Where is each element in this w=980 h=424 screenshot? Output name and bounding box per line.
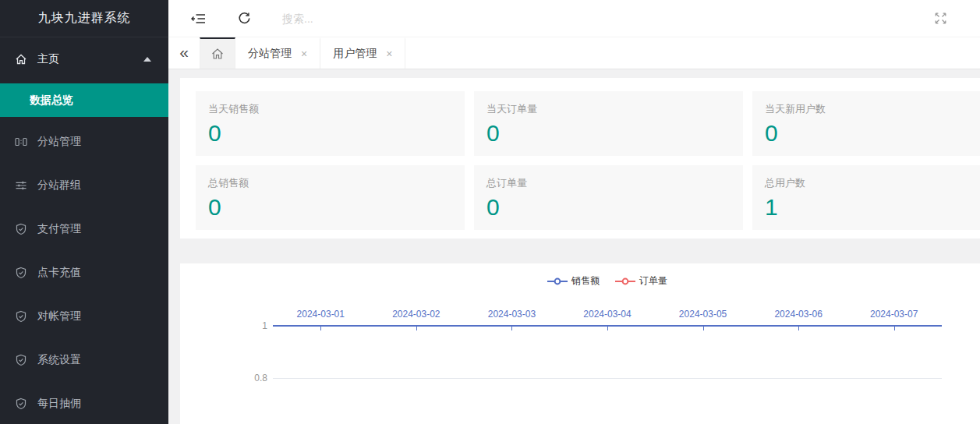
- topbar: [168, 0, 980, 37]
- sidebar-item-label: 每日抽佣: [37, 397, 81, 411]
- x-axis-tick-label: 2024-03-01: [297, 309, 345, 320]
- chevron-up-icon: [143, 57, 151, 62]
- tab-label: 用户管理: [333, 47, 377, 61]
- x-axis-tick: [607, 327, 608, 330]
- search-input[interactable]: [282, 12, 532, 25]
- stat-label: 当天销售额: [208, 102, 452, 116]
- x-axis-tick: [798, 327, 799, 330]
- sidebar-item-label: 数据总览: [30, 94, 73, 108]
- collapse-sidebar-icon[interactable]: [191, 12, 206, 25]
- tabbar: « 分站管理 × 用户管理 ×: [168, 37, 980, 69]
- sidebar-item-reconciliation[interactable]: 对帐管理: [0, 299, 168, 334]
- shield-check-icon: [15, 398, 27, 410]
- stat-value: 0: [486, 194, 731, 221]
- stat-card-today-orders: 当天订单量 0: [474, 91, 743, 156]
- close-icon[interactable]: ×: [301, 48, 307, 59]
- home-icon: [211, 47, 225, 61]
- shield-check-icon: [15, 223, 27, 235]
- sidebar-item-label: 对帐管理: [37, 309, 81, 323]
- tabs-collapse-icon[interactable]: «: [168, 37, 200, 69]
- close-icon[interactable]: ×: [386, 48, 392, 59]
- refresh-icon[interactable]: [238, 12, 251, 25]
- x-axis-tick-label: 2024-03-06: [774, 309, 822, 320]
- stat-card-today-sales: 当天销售额 0: [196, 91, 465, 156]
- stats-panel: 当天销售额 0 当天订单量 0 当天新用户数 0 总销售额 0 总订单量 0 总…: [180, 78, 980, 238]
- x-axis-tick: [894, 327, 895, 330]
- sidebar-item-label: 点卡充值: [37, 266, 81, 280]
- home-icon: [15, 53, 27, 65]
- app-title: 九块九进群系统: [0, 0, 168, 37]
- x-axis-tick-label: 2024-03-03: [488, 309, 536, 320]
- stat-card-total-orders: 总订单量 0: [474, 165, 743, 230]
- tab-home[interactable]: [200, 37, 235, 69]
- stat-card-total-users: 总用户数 1: [752, 165, 980, 230]
- sliders-icon: [15, 179, 27, 192]
- tab-user-manage[interactable]: 用户管理 ×: [320, 37, 405, 69]
- x-axis-tick: [703, 327, 704, 330]
- stats-grid: 当天销售额 0 当天订单量 0 当天新用户数 0 总销售额 0 总订单量 0 总…: [196, 91, 980, 230]
- stat-label: 当天新用户数: [765, 102, 980, 116]
- stat-value: 0: [486, 120, 731, 147]
- columns-icon: [15, 136, 27, 148]
- shield-check-icon: [15, 310, 27, 323]
- x-axis-tick-label: 2024-03-02: [392, 309, 440, 320]
- x-axis-tick-label: 2024-03-04: [583, 309, 631, 320]
- sidebar-item-label: 支付管理: [37, 222, 81, 236]
- shield-check-icon: [15, 354, 27, 366]
- tab-substation-manage[interactable]: 分站管理 ×: [235, 37, 320, 69]
- tab-label: 分站管理: [248, 47, 292, 61]
- stat-label: 总用户数: [765, 176, 980, 190]
- x-axis-tick: [511, 327, 512, 330]
- sidebar-item-label: 系统设置: [37, 353, 81, 367]
- stat-card-total-sales: 总销售额 0: [196, 165, 465, 230]
- stat-card-today-new-users: 当天新用户数 0: [752, 91, 980, 156]
- x-axis-tick-label: 2024-03-07: [870, 309, 918, 320]
- sidebar-item-daily-commission[interactable]: 每日抽佣: [0, 387, 168, 421]
- stat-label: 总销售额: [208, 176, 452, 190]
- y-axis-tick-label: 0.8: [180, 373, 267, 383]
- stat-label: 总订单量: [486, 176, 731, 190]
- sidebar-item-data-overview[interactable]: 数据总览: [0, 83, 168, 117]
- stat-label: 当天订单量: [486, 102, 731, 116]
- stat-value: 0: [208, 194, 452, 221]
- fullscreen-icon[interactable]: [934, 12, 947, 25]
- y-gridline: [273, 378, 942, 379]
- sidebar-item-label: 分站群组: [37, 178, 81, 193]
- x-axis-tick-label: 2024-03-05: [679, 309, 727, 320]
- sidebar-item-card-recharge[interactable]: 点卡充值: [0, 256, 168, 290]
- y-axis-tick-label: 1: [180, 320, 267, 331]
- stat-value: 0: [208, 120, 452, 147]
- sidebar: 九块九进群系统 主页 数据总览 分站管理: [0, 0, 168, 424]
- sidebar-item-substation-manage[interactable]: 分站管理: [0, 125, 168, 159]
- sidebar-item-substation-group[interactable]: 分站群组: [0, 168, 168, 203]
- stat-value: 0: [765, 120, 980, 147]
- x-axis-tick: [416, 327, 417, 330]
- chart-plot-area: 2024-03-01 2024-03-02 2024-03-03 2024-03…: [273, 263, 942, 424]
- sidebar-item-label: 分站管理: [37, 135, 81, 149]
- sidebar-item-payment-manage[interactable]: 支付管理: [0, 212, 168, 246]
- main-content: 当天销售额 0 当天订单量 0 当天新用户数 0 总销售额 0 总订单量 0 总…: [168, 69, 980, 424]
- shield-check-icon: [15, 267, 27, 279]
- sidebar-item-label: 主页: [37, 52, 59, 66]
- sales-orders-chart: 销售额 订单量 1 0.8 2024-03-01 2024-03-02 2024…: [180, 263, 980, 424]
- x-axis-tick: [320, 327, 321, 330]
- sidebar-item-home[interactable]: 主页: [0, 41, 168, 77]
- sidebar-item-system-settings[interactable]: 系统设置: [0, 343, 168, 377]
- stat-value: 1: [765, 194, 980, 221]
